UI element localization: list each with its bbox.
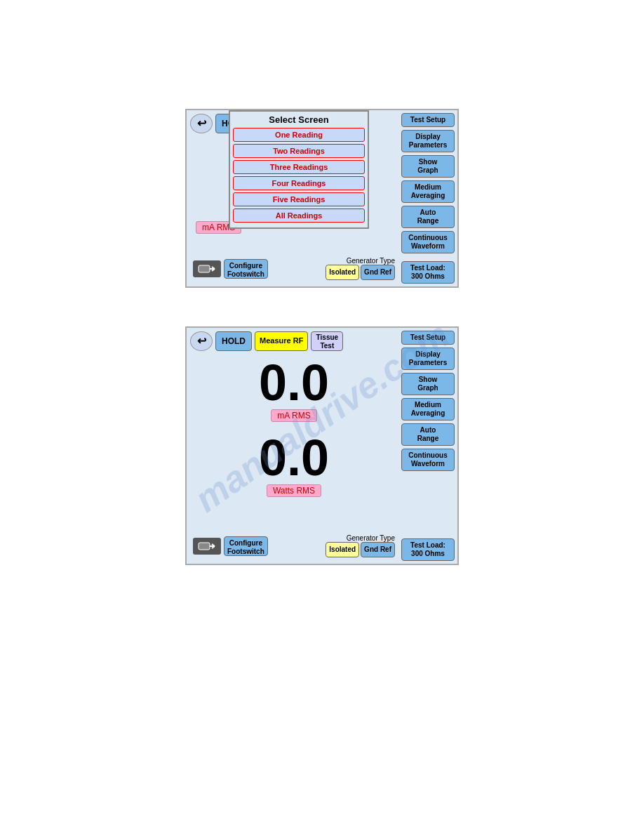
reading-1-unit: mA RMS [271, 409, 316, 422]
measure-button-2[interactable]: Measure RF [255, 331, 308, 351]
back-button-1[interactable]: ↩ [190, 114, 213, 133]
test-load-btn-1[interactable]: Test Load: 300 Ohms [401, 261, 455, 284]
medium-avg-btn-1[interactable]: Medium Averaging [401, 180, 455, 203]
panel-1-left: ↩ HOLD Me Select Screen One Reading Two … [187, 110, 401, 286]
continuous-waveform-btn-1[interactable]: Continuous Waveform [401, 231, 455, 253]
svg-rect-0 [199, 265, 210, 272]
panel-1-bottom-row: Configure Footswitch Generator Type Isol… [190, 257, 398, 283]
generator-buttons-1: Isolated Gnd Ref [326, 265, 395, 280]
panel-2-left: ↩ HOLD Measure RF Tissue Test 0.0 mA RMS… [187, 328, 401, 564]
test-setup-btn-1[interactable]: Test Setup [401, 113, 455, 127]
isolated-button-2[interactable]: Isolated [326, 542, 359, 557]
isolated-button-1[interactable]: Isolated [326, 265, 359, 280]
show-graph-btn-1[interactable]: Show Graph [401, 155, 455, 178]
test-setup-btn-2[interactable]: Test Setup [401, 331, 455, 345]
option-two-readings[interactable]: Two Readings [233, 144, 365, 158]
generator-type-label-2: Generator Type [347, 534, 395, 542]
footswitch-button-1[interactable]: Configure Footswitch [224, 259, 268, 279]
generator-type-label-1: Generator Type [347, 257, 395, 265]
show-graph-btn-2[interactable]: Show Graph [401, 373, 455, 395]
panel-2-bottom-row: Configure Footswitch Generator Type Isol… [190, 534, 398, 560]
option-all-readings[interactable]: All Readings [233, 208, 365, 223]
tissue-button-2[interactable]: Tissue Test [311, 331, 343, 351]
reading-1-area: 0.0 mA RMS [190, 354, 398, 426]
footswitch-button-2[interactable]: Configure Footswitch [224, 536, 268, 556]
panel-1-right: Test Setup Display Parameters Show Graph… [401, 110, 457, 286]
select-screen-popup: Select Screen One Reading Two Readings T… [229, 110, 369, 229]
option-three-readings[interactable]: Three Readings [233, 160, 365, 174]
panel-1: ↩ HOLD Me Select Screen One Reading Two … [185, 109, 459, 288]
panel-2-right: Test Setup Display Parameters Show Graph… [401, 328, 457, 564]
medium-avg-btn-2[interactable]: Medium Averaging [401, 398, 455, 421]
reading-1-value: 0.0 [259, 357, 329, 408]
screen-container: ↩ HOLD Me Select Screen One Reading Two … [0, 0, 644, 565]
back-button-2[interactable]: ↩ [190, 331, 213, 351]
panel-2-top-row: ↩ HOLD Measure RF Tissue Test [190, 331, 398, 351]
reading-2-value: 0.0 [259, 432, 329, 483]
display-params-btn-1[interactable]: Display Parameters [401, 130, 455, 152]
auto-range-btn-2[interactable]: Auto Range [401, 423, 455, 446]
continuous-waveform-btn-2[interactable]: Continuous Waveform [401, 449, 455, 471]
svg-rect-4 [199, 543, 210, 550]
test-load-btn-2[interactable]: Test Load: 300 Ohms [401, 538, 455, 561]
footswitch-icon-2 [193, 538, 221, 555]
panel-2: ↩ HOLD Measure RF Tissue Test 0.0 mA RMS… [185, 326, 459, 565]
generator-buttons-2: Isolated Gnd Ref [326, 542, 395, 557]
reading-2-unit: Watts RMS [267, 484, 321, 497]
select-screen-title: Select Screen [233, 114, 365, 125]
option-four-readings[interactable]: Four Readings [233, 176, 365, 190]
gndref-button-2[interactable]: Gnd Ref [361, 542, 395, 557]
display-params-btn-2[interactable]: Display Parameters [401, 348, 455, 370]
hold-button-2[interactable]: HOLD [215, 331, 252, 351]
auto-range-btn-1[interactable]: Auto Range [401, 206, 455, 228]
footswitch-icon-1 [193, 260, 221, 277]
gndref-button-1[interactable]: Gnd Ref [361, 265, 395, 280]
option-one-reading[interactable]: One Reading [233, 128, 365, 142]
reading-2-area: 0.0 Watts RMS [190, 429, 398, 501]
option-five-readings[interactable]: Five Readings [233, 192, 365, 206]
